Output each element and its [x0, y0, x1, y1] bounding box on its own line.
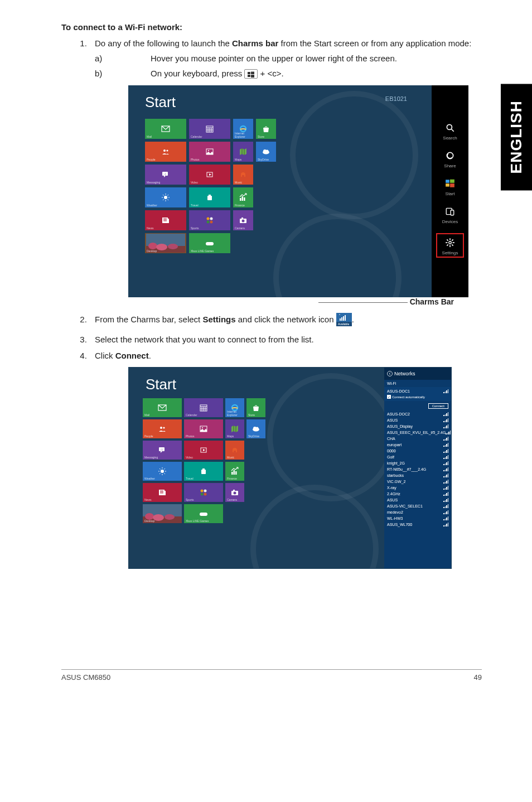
svg-point-93 — [256, 427, 259, 430]
svg-text::-): :-) — [160, 448, 163, 451]
network-item[interactable]: ASUS_EEEC_KVU_EIL_#5_2.4G — [384, 429, 451, 436]
network-item[interactable]: europart — [384, 442, 451, 448]
svg-rect-106 — [201, 470, 206, 474]
svg-rect-37 — [168, 219, 169, 223]
network-item[interactable]: 0000 — [384, 448, 451, 454]
network-item[interactable]: ASUS — [384, 417, 451, 423]
tile-mail[interactable]: Mail — [145, 119, 186, 139]
network-item[interactable]: ASUS_WL700 — [384, 521, 451, 528]
tile-camera[interactable]: Camera — [233, 210, 253, 230]
network-item[interactable]: X-ray — [384, 485, 451, 491]
network-item[interactable]: ASUS-VIC_SELEC1 — [384, 503, 451, 509]
svg-rect-110 — [235, 471, 237, 475]
network-item[interactable]: ASUS_Display — [384, 423, 451, 429]
charm-settings[interactable]: Settings — [436, 233, 464, 258]
page-footer: ASUS CM6850 49 — [61, 669, 482, 682]
connect-auto-checkbox[interactable]: ✓Connect automatically — [387, 395, 448, 399]
signal-icon — [443, 389, 448, 393]
tile-store[interactable]: Store — [246, 398, 265, 417]
network-item[interactable]: ASUS — [384, 497, 451, 503]
start-icon — [444, 177, 456, 190]
tile-internet-explorer[interactable]: Internet Explorer — [233, 119, 253, 139]
charm-share[interactable]: Share — [436, 149, 464, 168]
svg-rect-0 — [248, 72, 250, 74]
signal-icon — [443, 443, 448, 447]
network-item[interactable]: CHA — [384, 436, 451, 442]
svg-line-28 — [168, 200, 169, 201]
network-item[interactable]: knight_2G — [384, 460, 451, 466]
tile-photos[interactable]: Photos — [189, 142, 230, 162]
tile-sports[interactable]: Sports — [184, 483, 223, 502]
svg-rect-75 — [345, 315, 346, 321]
tile-news[interactable]: News — [145, 210, 186, 230]
start-tiles: MailCalendarInternet ExplorerStorePeople… — [145, 119, 276, 253]
svg-point-119 — [204, 493, 207, 496]
selected-network[interactable]: ASUS-DOC1 ✓Connect automatically — [384, 387, 451, 401]
tile-desktop[interactable]: Desktop — [145, 233, 186, 253]
network-item[interactable]: 2.4GHz — [384, 491, 451, 497]
signal-icon — [446, 431, 448, 434]
signal-icon — [443, 510, 448, 514]
network-item[interactable]: Golf — [384, 454, 451, 460]
tile-messaging[interactable]: :-)Messaging — [145, 165, 186, 185]
tile-xbox-live-games[interactable]: Xbox LIVE Games — [184, 504, 223, 523]
tile-calendar[interactable]: Calendar — [189, 119, 230, 139]
network-item[interactable]: medevo2 — [384, 509, 451, 515]
tile-finance[interactable]: Finance — [233, 187, 253, 207]
tile-maps[interactable]: Maps — [225, 419, 244, 438]
network-list: ASUS-DOC2ASUSASUS_DisplayASUS_EEEC_KVU_E… — [384, 411, 451, 568]
network-item[interactable]: VIC.GW_2 — [384, 479, 451, 485]
tile-skydrive[interactable]: SkyDrive — [246, 419, 265, 438]
tile-music[interactable]: Music — [233, 165, 253, 185]
svg-point-15 — [208, 150, 209, 151]
back-arrow-icon[interactable] — [387, 371, 393, 376]
svg-rect-35 — [244, 197, 245, 201]
instruction-list: Do any of the following to launch the Ch… — [61, 38, 482, 569]
svg-line-68 — [452, 244, 453, 245]
tile-finance[interactable]: Finance — [225, 462, 244, 481]
tile-xbox-live-games[interactable]: Xbox LIVE Games — [189, 233, 230, 253]
tile-calendar[interactable]: Calendar — [184, 398, 223, 417]
tile-people[interactable]: People — [143, 419, 182, 438]
connect-button[interactable]: Connect — [428, 403, 448, 409]
tile-camera[interactable]: Camera — [225, 483, 244, 502]
tile-music[interactable]: Music — [225, 441, 244, 460]
network-item[interactable]: WL-HW3 — [384, 515, 451, 521]
tile-video[interactable]: Video — [189, 165, 230, 185]
tile-mail[interactable]: Mail — [143, 398, 182, 417]
svg-line-70 — [452, 239, 453, 240]
tile-store[interactable]: Store — [256, 119, 276, 139]
tile-skydrive[interactable]: SkyDrive — [256, 142, 276, 162]
charm-start[interactable]: Start — [436, 177, 464, 196]
network-item[interactable]: starbucks — [384, 472, 451, 479]
signal-icon — [443, 504, 448, 508]
svg-point-53 — [447, 124, 452, 129]
step-1: Do any of the following to launch the Ch… — [89, 38, 482, 306]
windows-key-icon — [244, 69, 258, 79]
svg-rect-2 — [248, 75, 250, 77]
charm-search[interactable]: Search — [436, 122, 464, 141]
tile-people[interactable]: People — [145, 142, 186, 162]
tile-blank — [246, 441, 265, 460]
tile-travel[interactable]: Travel — [184, 462, 223, 481]
svg-point-41 — [207, 218, 210, 220]
signal-icon — [443, 455, 448, 459]
page-number: 49 — [474, 673, 482, 682]
tile-sports[interactable]: Sports — [189, 210, 230, 230]
tile-video[interactable]: Video — [184, 441, 223, 460]
tile-photos[interactable]: Photos — [184, 419, 223, 438]
tile-travel[interactable]: Travel — [189, 187, 230, 207]
tile-desktop[interactable]: Desktop — [143, 504, 182, 523]
tile-maps[interactable]: Maps — [233, 142, 253, 162]
tile-weather[interactable]: Weather — [145, 187, 186, 207]
svg-rect-31 — [207, 196, 212, 200]
tile-internet-explorer[interactable]: Internet Explorer — [225, 398, 244, 417]
charm-devices[interactable]: Devices — [436, 205, 464, 224]
signal-icon — [443, 474, 448, 477]
tile-messaging[interactable]: :-)Messaging — [143, 441, 182, 460]
network-item[interactable]: RT-N65u__#7___2.4G — [384, 466, 451, 472]
tile-weather[interactable]: Weather — [143, 462, 182, 481]
start-tiles-2: MailCalendarInternet ExplorerStorePeople… — [143, 398, 265, 523]
tile-news[interactable]: News — [143, 483, 182, 502]
network-item[interactable]: ASUS-DOC2 — [384, 411, 451, 417]
